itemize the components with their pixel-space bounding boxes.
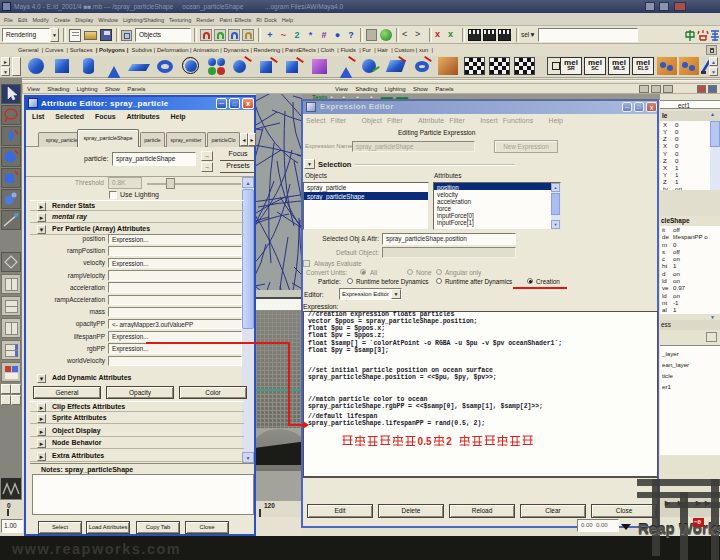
svg-text:0.5: 0.5 bbox=[418, 436, 432, 447]
svg-text:2: 2 bbox=[446, 436, 452, 447]
